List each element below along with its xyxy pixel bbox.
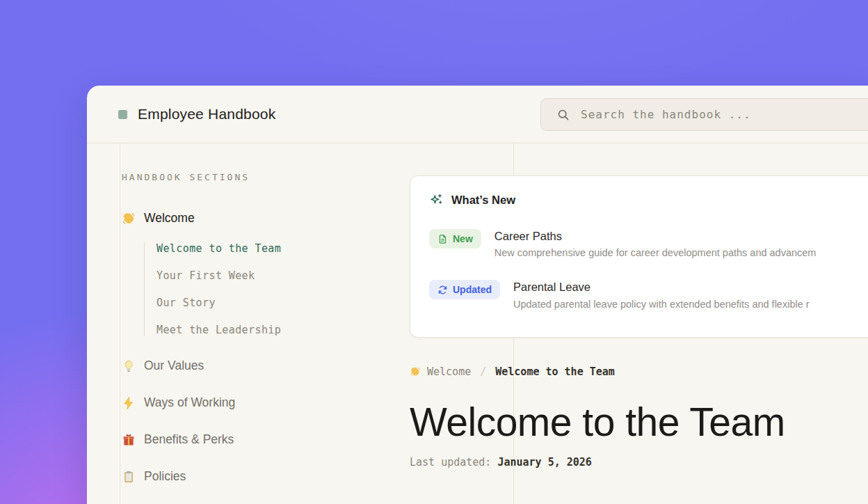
new-badge: New	[429, 229, 481, 249]
breadcrumb: Welcome / Welcome to the Team	[410, 365, 868, 378]
app-title: Employee Handbook	[138, 106, 275, 123]
sidebar-item-label: Our Values	[144, 359, 204, 373]
subnav-item-welcome-to-the-team[interactable]: Welcome to the Team	[156, 242, 379, 255]
subnav-item-your-first-week[interactable]: Your First Week	[156, 269, 379, 282]
content-area: HANDBOOK SECTIONS Welcome Welcome to the…	[87, 143, 868, 504]
sidebar-item-label: Ways of Working	[144, 395, 235, 410]
search-box[interactable]	[540, 98, 868, 131]
app-window: Employee Handbook HANDBOOK SECTIONS	[87, 86, 868, 504]
sidebar-item-label: Welcome	[144, 211, 195, 226]
search-icon	[556, 108, 570, 121]
badge-label: Updated	[453, 284, 492, 295]
desktop-background: { "header": { "brand": "Employee Handboo…	[0, 0, 868, 504]
sidebar-item-ways-of-working[interactable]: Ways of Working	[122, 395, 379, 410]
wave-icon	[122, 212, 136, 226]
breadcrumb-separator: /	[480, 365, 486, 378]
whats-new-item-description: New comprehensive guide for career devel…	[495, 247, 817, 258]
breadcrumb-section[interactable]: Welcome	[427, 365, 471, 378]
search-input[interactable]	[579, 107, 868, 122]
sidebar-left-rule	[120, 143, 120, 504]
brand: Employee Handbook	[118, 86, 275, 143]
whats-new-item-title: Parental Leave	[513, 280, 810, 294]
sidebar-item-benefits-perks[interactable]: Benefits & Perks	[122, 432, 379, 447]
whats-new-title: What’s New	[451, 194, 515, 207]
sidebar-subnav-welcome: Welcome to the Team Your First Week Our …	[144, 242, 379, 336]
whats-new-item-description: Updated parental leave policy with exten…	[513, 299, 810, 310]
logo-mark	[118, 110, 127, 119]
updated-badge: Updated	[429, 280, 500, 299]
last-updated: Last updated: January 5, 2026	[410, 456, 868, 468]
last-updated-value: January 5, 2026	[497, 456, 591, 468]
whats-new-item-career-paths[interactable]: New Career Paths New comprehensive guide…	[429, 229, 860, 258]
document-icon	[437, 234, 448, 244]
subnav-item-our-story[interactable]: Our Story	[156, 297, 379, 309]
sidebar: HANDBOOK SECTIONS Welcome Welcome to the…	[122, 143, 379, 484]
badge-label: New	[453, 233, 473, 244]
breadcrumb-current: Welcome to the Team	[495, 365, 615, 378]
whats-new-item-title: Career Paths	[495, 229, 817, 244]
sidebar-section-label: HANDBOOK SECTIONS	[122, 172, 379, 182]
zap-icon	[122, 396, 136, 410]
refresh-icon	[437, 285, 448, 295]
last-updated-label: Last updated:	[410, 456, 491, 468]
whats-new-item-body: Career Paths New comprehensive guide for…	[495, 229, 817, 258]
whats-new-header: What’s New	[429, 193, 860, 207]
whats-new-item-parental-leave[interactable]: Updated Parental Leave Updated parental …	[429, 280, 860, 309]
subnav-item-meet-the-leadership[interactable]: Meet the Leadership	[156, 324, 379, 336]
page-title: Welcome to the Team	[410, 402, 868, 443]
sidebar-item-policies[interactable]: Policies	[122, 469, 379, 484]
whats-new-card: What’s New New Career Paths New comprehe…	[410, 175, 868, 338]
whats-new-item-body: Parental Leave Updated parental leave po…	[513, 280, 810, 309]
app-header: Employee Handbook	[87, 86, 868, 143]
sidebar-item-our-values[interactable]: Our Values	[122, 359, 379, 373]
main-column: What’s New New Career Paths New comprehe…	[410, 143, 868, 468]
wave-icon	[410, 366, 421, 377]
sparkles-icon	[429, 193, 444, 207]
gift-icon	[122, 433, 136, 447]
clipboard-icon	[122, 470, 136, 484]
lightbulb-icon	[122, 359, 136, 373]
sidebar-item-welcome[interactable]: Welcome	[122, 211, 379, 226]
sidebar-item-label: Policies	[144, 469, 186, 484]
sidebar-item-label: Benefits & Perks	[144, 432, 234, 447]
